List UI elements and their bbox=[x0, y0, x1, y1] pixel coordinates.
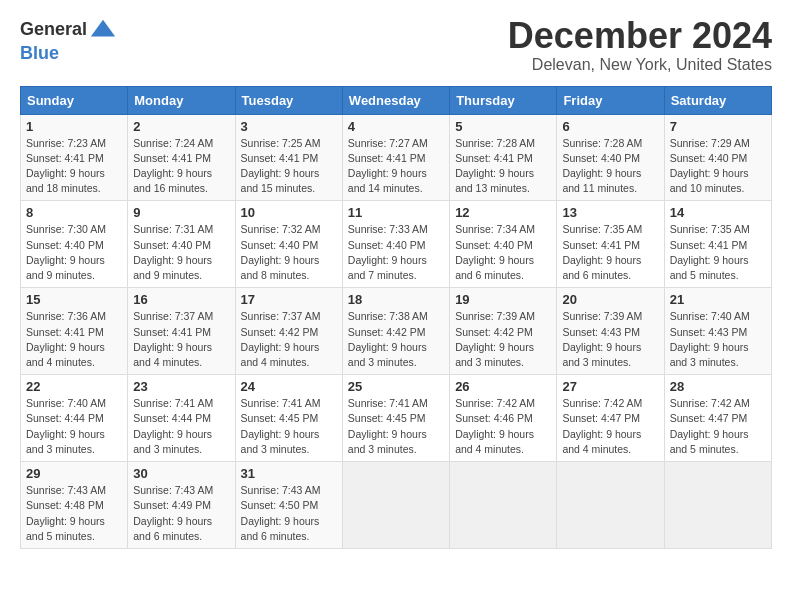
day-number: 3 bbox=[241, 119, 337, 134]
day-detail: Sunrise: 7:37 AMSunset: 4:41 PMDaylight:… bbox=[133, 310, 213, 368]
header-sunday: Sunday bbox=[21, 86, 128, 114]
day-detail: Sunrise: 7:29 AMSunset: 4:40 PMDaylight:… bbox=[670, 137, 750, 195]
day-number: 18 bbox=[348, 292, 444, 307]
calendar-cell: 21 Sunrise: 7:40 AMSunset: 4:43 PMDaylig… bbox=[664, 288, 771, 375]
calendar-cell bbox=[342, 462, 449, 549]
day-number: 25 bbox=[348, 379, 444, 394]
calendar-cell: 6 Sunrise: 7:28 AMSunset: 4:40 PMDayligh… bbox=[557, 114, 664, 201]
day-number: 9 bbox=[133, 205, 229, 220]
day-number: 2 bbox=[133, 119, 229, 134]
day-number: 6 bbox=[562, 119, 658, 134]
day-number: 19 bbox=[455, 292, 551, 307]
day-number: 12 bbox=[455, 205, 551, 220]
day-number: 1 bbox=[26, 119, 122, 134]
calendar-cell: 26 Sunrise: 7:42 AMSunset: 4:46 PMDaylig… bbox=[450, 375, 557, 462]
calendar-cell: 13 Sunrise: 7:35 AMSunset: 4:41 PMDaylig… bbox=[557, 201, 664, 288]
day-number: 23 bbox=[133, 379, 229, 394]
page-subtitle: Delevan, New York, United States bbox=[508, 56, 772, 74]
day-detail: Sunrise: 7:41 AMSunset: 4:45 PMDaylight:… bbox=[348, 397, 428, 455]
logo-blue: Blue bbox=[20, 43, 59, 63]
day-detail: Sunrise: 7:42 AMSunset: 4:47 PMDaylight:… bbox=[670, 397, 750, 455]
day-number: 17 bbox=[241, 292, 337, 307]
calendar-week-2: 8 Sunrise: 7:30 AMSunset: 4:40 PMDayligh… bbox=[21, 201, 772, 288]
calendar-cell: 28 Sunrise: 7:42 AMSunset: 4:47 PMDaylig… bbox=[664, 375, 771, 462]
day-number: 8 bbox=[26, 205, 122, 220]
calendar-cell: 1 Sunrise: 7:23 AMSunset: 4:41 PMDayligh… bbox=[21, 114, 128, 201]
day-detail: Sunrise: 7:23 AMSunset: 4:41 PMDaylight:… bbox=[26, 137, 106, 195]
title-block: December 2024 Delevan, New York, United … bbox=[508, 16, 772, 74]
calendar-cell: 25 Sunrise: 7:41 AMSunset: 4:45 PMDaylig… bbox=[342, 375, 449, 462]
calendar-week-3: 15 Sunrise: 7:36 AMSunset: 4:41 PMDaylig… bbox=[21, 288, 772, 375]
logo-icon bbox=[89, 16, 117, 44]
calendar-cell: 18 Sunrise: 7:38 AMSunset: 4:42 PMDaylig… bbox=[342, 288, 449, 375]
day-number: 4 bbox=[348, 119, 444, 134]
calendar-cell bbox=[450, 462, 557, 549]
calendar-cell: 23 Sunrise: 7:41 AMSunset: 4:44 PMDaylig… bbox=[128, 375, 235, 462]
calendar-cell: 15 Sunrise: 7:36 AMSunset: 4:41 PMDaylig… bbox=[21, 288, 128, 375]
day-detail: Sunrise: 7:43 AMSunset: 4:48 PMDaylight:… bbox=[26, 484, 106, 542]
day-number: 21 bbox=[670, 292, 766, 307]
calendar-cell: 24 Sunrise: 7:41 AMSunset: 4:45 PMDaylig… bbox=[235, 375, 342, 462]
day-detail: Sunrise: 7:41 AMSunset: 4:45 PMDaylight:… bbox=[241, 397, 321, 455]
calendar-cell: 10 Sunrise: 7:32 AMSunset: 4:40 PMDaylig… bbox=[235, 201, 342, 288]
day-detail: Sunrise: 7:40 AMSunset: 4:44 PMDaylight:… bbox=[26, 397, 106, 455]
day-detail: Sunrise: 7:25 AMSunset: 4:41 PMDaylight:… bbox=[241, 137, 321, 195]
header-wednesday: Wednesday bbox=[342, 86, 449, 114]
logo: General Blue bbox=[20, 16, 117, 64]
header-thursday: Thursday bbox=[450, 86, 557, 114]
calendar-cell: 14 Sunrise: 7:35 AMSunset: 4:41 PMDaylig… bbox=[664, 201, 771, 288]
calendar-cell: 31 Sunrise: 7:43 AMSunset: 4:50 PMDaylig… bbox=[235, 462, 342, 549]
day-detail: Sunrise: 7:39 AMSunset: 4:43 PMDaylight:… bbox=[562, 310, 642, 368]
day-number: 20 bbox=[562, 292, 658, 307]
day-number: 27 bbox=[562, 379, 658, 394]
calendar-header-row: Sunday Monday Tuesday Wednesday Thursday… bbox=[21, 86, 772, 114]
calendar-cell: 4 Sunrise: 7:27 AMSunset: 4:41 PMDayligh… bbox=[342, 114, 449, 201]
day-detail: Sunrise: 7:43 AMSunset: 4:49 PMDaylight:… bbox=[133, 484, 213, 542]
day-number: 26 bbox=[455, 379, 551, 394]
day-number: 10 bbox=[241, 205, 337, 220]
day-number: 16 bbox=[133, 292, 229, 307]
page-header: General Blue December 2024 Delevan, New … bbox=[20, 16, 772, 74]
calendar-week-4: 22 Sunrise: 7:40 AMSunset: 4:44 PMDaylig… bbox=[21, 375, 772, 462]
header-monday: Monday bbox=[128, 86, 235, 114]
svg-marker-0 bbox=[91, 20, 115, 37]
day-number: 14 bbox=[670, 205, 766, 220]
day-detail: Sunrise: 7:35 AMSunset: 4:41 PMDaylight:… bbox=[562, 223, 642, 281]
day-detail: Sunrise: 7:31 AMSunset: 4:40 PMDaylight:… bbox=[133, 223, 213, 281]
calendar-week-5: 29 Sunrise: 7:43 AMSunset: 4:48 PMDaylig… bbox=[21, 462, 772, 549]
calendar-cell: 19 Sunrise: 7:39 AMSunset: 4:42 PMDaylig… bbox=[450, 288, 557, 375]
day-detail: Sunrise: 7:28 AMSunset: 4:40 PMDaylight:… bbox=[562, 137, 642, 195]
day-number: 31 bbox=[241, 466, 337, 481]
calendar-cell: 22 Sunrise: 7:40 AMSunset: 4:44 PMDaylig… bbox=[21, 375, 128, 462]
calendar-cell: 7 Sunrise: 7:29 AMSunset: 4:40 PMDayligh… bbox=[664, 114, 771, 201]
day-number: 13 bbox=[562, 205, 658, 220]
day-number: 11 bbox=[348, 205, 444, 220]
day-detail: Sunrise: 7:37 AMSunset: 4:42 PMDaylight:… bbox=[241, 310, 321, 368]
calendar-cell: 11 Sunrise: 7:33 AMSunset: 4:40 PMDaylig… bbox=[342, 201, 449, 288]
day-detail: Sunrise: 7:33 AMSunset: 4:40 PMDaylight:… bbox=[348, 223, 428, 281]
day-detail: Sunrise: 7:42 AMSunset: 4:46 PMDaylight:… bbox=[455, 397, 535, 455]
calendar-cell: 29 Sunrise: 7:43 AMSunset: 4:48 PMDaylig… bbox=[21, 462, 128, 549]
calendar-cell: 17 Sunrise: 7:37 AMSunset: 4:42 PMDaylig… bbox=[235, 288, 342, 375]
day-number: 29 bbox=[26, 466, 122, 481]
day-detail: Sunrise: 7:24 AMSunset: 4:41 PMDaylight:… bbox=[133, 137, 213, 195]
calendar-table: Sunday Monday Tuesday Wednesday Thursday… bbox=[20, 86, 772, 549]
day-number: 22 bbox=[26, 379, 122, 394]
calendar-cell: 2 Sunrise: 7:24 AMSunset: 4:41 PMDayligh… bbox=[128, 114, 235, 201]
calendar-cell: 30 Sunrise: 7:43 AMSunset: 4:49 PMDaylig… bbox=[128, 462, 235, 549]
calendar-cell: 12 Sunrise: 7:34 AMSunset: 4:40 PMDaylig… bbox=[450, 201, 557, 288]
day-detail: Sunrise: 7:42 AMSunset: 4:47 PMDaylight:… bbox=[562, 397, 642, 455]
day-detail: Sunrise: 7:41 AMSunset: 4:44 PMDaylight:… bbox=[133, 397, 213, 455]
calendar-cell bbox=[557, 462, 664, 549]
day-detail: Sunrise: 7:36 AMSunset: 4:41 PMDaylight:… bbox=[26, 310, 106, 368]
day-number: 28 bbox=[670, 379, 766, 394]
day-detail: Sunrise: 7:28 AMSunset: 4:41 PMDaylight:… bbox=[455, 137, 535, 195]
day-detail: Sunrise: 7:27 AMSunset: 4:41 PMDaylight:… bbox=[348, 137, 428, 195]
calendar-cell: 16 Sunrise: 7:37 AMSunset: 4:41 PMDaylig… bbox=[128, 288, 235, 375]
day-number: 15 bbox=[26, 292, 122, 307]
header-friday: Friday bbox=[557, 86, 664, 114]
day-number: 24 bbox=[241, 379, 337, 394]
calendar-week-1: 1 Sunrise: 7:23 AMSunset: 4:41 PMDayligh… bbox=[21, 114, 772, 201]
day-detail: Sunrise: 7:40 AMSunset: 4:43 PMDaylight:… bbox=[670, 310, 750, 368]
logo-general: General bbox=[20, 20, 87, 40]
